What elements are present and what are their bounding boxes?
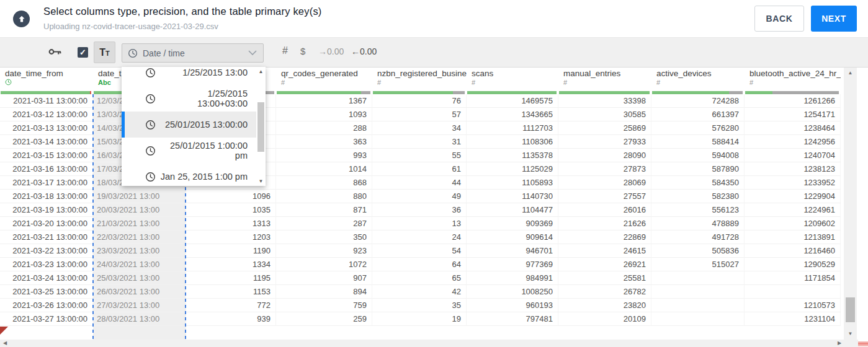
column-header[interactable]: bluetooth_active_24_hr_# xyxy=(745,67,841,94)
clock-icon xyxy=(145,120,156,130)
table-cell xyxy=(651,299,745,312)
horizontal-scrollbar[interactable]: ◀ ▶ xyxy=(0,340,858,347)
scroll-left-arrow[interactable]: ◀ xyxy=(3,340,7,347)
back-button[interactable]: BACK xyxy=(754,6,804,32)
table-cell: 993 xyxy=(276,149,372,162)
column-header[interactable]: manual_entries# xyxy=(558,67,651,94)
vertical-scrollbar[interactable]: ▲ ▼ xyxy=(844,67,857,340)
table-cell: 977369 xyxy=(467,258,558,271)
column-name: nzbn_registered_busine xyxy=(372,67,467,78)
page-header: Select columns type, precision, and the … xyxy=(0,0,868,38)
table-cell: 2021-03-24 13:00:00 xyxy=(0,271,93,285)
column-header[interactable]: nzbn_registered_busine# xyxy=(372,67,467,94)
table-cell: 24/03/2021 13:00 xyxy=(93,258,186,271)
date-format-label: 25/01/2015 13:00:00 xyxy=(156,120,256,130)
number-type-icon[interactable]: # xyxy=(282,45,288,56)
table-cell: 1231104 xyxy=(745,312,841,326)
table-cell: 13 xyxy=(372,217,467,231)
column-type-toolbar: ✓ Tt Date / time # $ →0.00 ←0.00 xyxy=(0,38,868,68)
table-cell: 1238464 xyxy=(745,121,841,135)
date-format-option[interactable]: 1/25/2015 13:00+03:00 xyxy=(122,86,256,112)
datetime-select-value: Date / time xyxy=(143,48,248,58)
table-cell: 27/03/2021 13:00 xyxy=(93,299,186,312)
decimal-increase-icon[interactable]: →0.00 xyxy=(318,46,344,56)
table-cell: 42 xyxy=(372,285,467,299)
table-cell: 31 xyxy=(372,135,467,149)
date-format-option[interactable]: 1/25/2015 13:00 xyxy=(122,67,256,86)
table-cell: 909369 xyxy=(467,217,558,231)
table-cell: 894 xyxy=(276,285,372,299)
table-cell: 1190 xyxy=(186,244,276,258)
column-header[interactable]: scans# xyxy=(467,67,558,94)
table-cell: 259 xyxy=(276,312,372,326)
text-type-button[interactable]: Tt xyxy=(94,42,115,63)
table-cell: 21626 xyxy=(558,217,651,231)
table-row: 2021-03-24 13:00:0025/03/2021 13:0011959… xyxy=(0,271,841,285)
table-cell: 64 xyxy=(372,258,467,271)
table-cell: 54 xyxy=(372,244,467,258)
column-header[interactable]: active_devices# xyxy=(651,67,745,94)
table-cell: 1125029 xyxy=(467,162,558,176)
table-cell: 26921 xyxy=(558,258,651,271)
table-cell: 1008250 xyxy=(467,285,558,299)
table-cell: 1171854 xyxy=(745,271,841,285)
dropdown-scrollbar[interactable]: ▲ ▼ xyxy=(256,67,266,186)
column-header[interactable]: qr_codes_generated# xyxy=(276,67,372,94)
decimal-decrease-icon[interactable]: ←0.00 xyxy=(351,46,377,56)
table-cell: 27557 xyxy=(558,190,651,203)
column-name: scans xyxy=(467,67,558,78)
date-format-option[interactable]: 25/01/2015 1:00:00 pm xyxy=(122,138,256,164)
clock-icon xyxy=(145,146,156,156)
table-cell: 1153 xyxy=(186,285,276,299)
column-type-indicator: # xyxy=(276,79,372,88)
column-name: manual_entries xyxy=(558,67,651,78)
primary-key-icon[interactable] xyxy=(48,47,62,59)
column-header[interactable]: date_time_from xyxy=(0,67,93,94)
scrollbar-thumb[interactable] xyxy=(257,102,264,152)
table-cell: 26016 xyxy=(558,203,651,217)
table-cell: 1112703 xyxy=(467,121,558,135)
scrollbar-thumb[interactable] xyxy=(846,297,855,322)
table-cell: 1203 xyxy=(186,231,276,244)
table-cell: 1261266 xyxy=(745,94,841,108)
date-format-list: 1/25/2015 13:001/25/2015 13:00+03:0025/0… xyxy=(122,67,256,186)
table-cell: 25/03/2021 13:00 xyxy=(93,271,186,285)
table-cell: 2021-03-16 13:00:00 xyxy=(0,162,93,176)
column-type-indicator: # xyxy=(372,79,467,88)
boolean-type-checkbox[interactable]: ✓ xyxy=(78,47,88,58)
date-format-option[interactable]: 25/01/2015 13:00:00 xyxy=(122,112,256,138)
table-cell: 30585 xyxy=(558,108,651,121)
table-cell: 2021-03-11 13:00:00 xyxy=(0,94,93,108)
table-cell: 20/03/2021 13:00 xyxy=(93,203,186,217)
table-cell: 26/03/2021 13:00 xyxy=(93,285,186,299)
table-cell: 1313 xyxy=(186,217,276,231)
column-type-indicator: # xyxy=(558,79,651,88)
table-cell: 759 xyxy=(276,299,372,312)
table-row: 2021-03-23 13:00:0024/03/2021 13:0013341… xyxy=(0,258,841,271)
table-cell: 939 xyxy=(186,312,276,326)
date-format-option[interactable]: Jan 25, 2015 1:00 pm xyxy=(122,164,256,186)
table-cell: 1334 xyxy=(186,258,276,271)
table-cell: 2021-03-14 13:00:00 xyxy=(0,135,93,149)
table-cell: 505836 xyxy=(651,244,745,258)
table-cell: 2021-03-19 13:00:00 xyxy=(0,203,93,217)
date-format-label: 25/01/2015 1:00:00 pm xyxy=(156,141,256,160)
datetime-type-select[interactable]: Date / time xyxy=(122,43,264,63)
next-button[interactable]: NEXT xyxy=(811,6,857,32)
clock-icon xyxy=(145,94,156,104)
scroll-down-arrow[interactable]: ▼ xyxy=(256,178,266,184)
table-cell: 19/03/2021 13:00 xyxy=(93,190,186,203)
table-cell: 22/03/2021 13:00 xyxy=(93,231,186,244)
table-cell: 1233952 xyxy=(745,176,841,190)
scroll-up-arrow[interactable]: ▲ xyxy=(256,69,266,74)
scroll-up-arrow[interactable]: ▲ xyxy=(844,70,857,76)
currency-type-icon[interactable]: $ xyxy=(300,46,305,56)
scroll-down-arrow[interactable]: ▼ xyxy=(844,331,857,336)
table-cell: 584350 xyxy=(651,176,745,190)
table-cell: 65 xyxy=(372,271,467,285)
table-cell xyxy=(745,285,841,299)
table-cell: 26782 xyxy=(558,285,651,299)
table-cell: 24 xyxy=(372,231,467,244)
table-cell: 797481 xyxy=(467,312,558,326)
scroll-right-arrow[interactable]: ▶ xyxy=(838,340,841,347)
